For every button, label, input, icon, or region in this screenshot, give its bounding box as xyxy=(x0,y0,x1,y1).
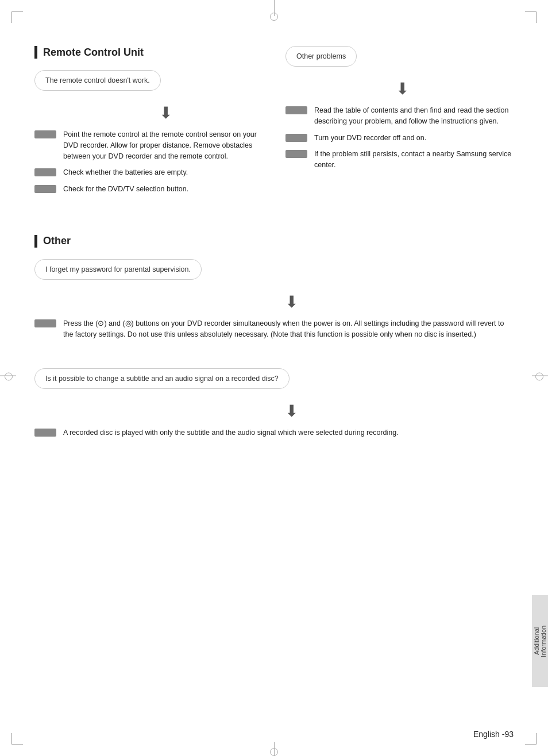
op-step-bar-2 xyxy=(285,134,307,142)
corner-bl xyxy=(11,733,23,745)
other-problem-2-label: Is it possible to change a subtitle and … xyxy=(45,375,279,383)
corner-tr xyxy=(525,11,537,23)
other-heading-bar xyxy=(34,235,37,248)
op-step-bar-3 xyxy=(285,150,307,158)
down-arrow-other-1: ⬇ xyxy=(69,292,514,311)
page-container: Remote Control Unit The remote control d… xyxy=(0,0,548,756)
other-step-row-1: Press the (⊙) and (◎) buttons on your DV… xyxy=(34,318,514,340)
step-bar-3 xyxy=(34,185,56,193)
crosshair-right xyxy=(532,376,548,381)
other-problem-box-2: Is it possible to change a subtitle and … xyxy=(34,368,290,389)
step-text-3: Check for the DVD/TV selection button. xyxy=(63,184,188,195)
op-step-text-2: Turn your DVD recorder off and on. xyxy=(314,133,426,144)
op-step-bar-1 xyxy=(285,106,307,114)
step-text-1: Point the remote control at the remote c… xyxy=(63,129,263,161)
other-problem-box-1: I forget my password for parental superv… xyxy=(34,259,202,280)
down-arrow-op: ⬇ xyxy=(291,79,514,98)
remote-control-section: Remote Control Unit The remote control d… xyxy=(34,46,263,200)
other-problems-box: Other problems xyxy=(285,46,357,67)
op-step-row-2: Turn your DVD recorder off and on. xyxy=(285,133,514,144)
other-step-row-2: A recorded disc is played with only the … xyxy=(34,427,514,438)
other-title: Other xyxy=(43,235,71,247)
crosshair-left xyxy=(0,376,16,381)
op-step-text-1: Read the table of contents and then find… xyxy=(314,105,514,127)
other-step-bar-1 xyxy=(34,319,56,327)
corner-tl xyxy=(11,11,23,23)
step-text-2: Check whether the batteries are empty. xyxy=(63,167,188,178)
crosshair-top xyxy=(270,0,278,21)
other-step-text-2: A recorded disc is played with only the … xyxy=(63,427,399,438)
other-problems-section: Other problems ⬇ Read the table of conte… xyxy=(285,46,514,200)
other-step-text-1: Press the (⊙) and (◎) buttons on your DV… xyxy=(63,318,514,340)
corner-br xyxy=(525,733,537,745)
step-row-3: Check for the DVD/TV selection button. xyxy=(34,184,263,195)
other-problem-1-label: I forget my password for parental superv… xyxy=(45,265,191,273)
heading-bar xyxy=(34,46,37,59)
sidebar-label: Additional Information xyxy=(532,595,548,687)
problem-1-label: The remote control doesn't work. xyxy=(45,76,150,84)
other-heading: Other xyxy=(34,235,514,248)
step-bar-2 xyxy=(34,168,56,176)
remote-control-title: Remote Control Unit xyxy=(43,47,144,59)
op-step-row-3: If the problem still persists, contact a… xyxy=(285,149,514,171)
problem-box-1: The remote control doesn't work. xyxy=(34,70,161,91)
other-problems-label: Other problems xyxy=(296,52,346,60)
down-arrow-1: ⬇ xyxy=(69,103,263,122)
other-section: Other I forget my password for parental … xyxy=(34,235,514,438)
op-step-row-1: Read the table of contents and then find… xyxy=(285,105,514,127)
step-bar-1 xyxy=(34,130,56,138)
down-arrow-other-2: ⬇ xyxy=(69,402,514,421)
other-step-bar-2 xyxy=(34,429,56,437)
page-number: English -93 xyxy=(473,730,514,739)
crosshair-bottom xyxy=(270,742,278,756)
step-row-2: Check whether the batteries are empty. xyxy=(34,167,263,178)
main-content: Remote Control Unit The remote control d… xyxy=(34,46,514,200)
step-row-1: Point the remote control at the remote c… xyxy=(34,129,263,161)
op-step-text-3: If the problem still persists, contact a… xyxy=(314,149,514,171)
remote-control-heading: Remote Control Unit xyxy=(34,46,263,59)
